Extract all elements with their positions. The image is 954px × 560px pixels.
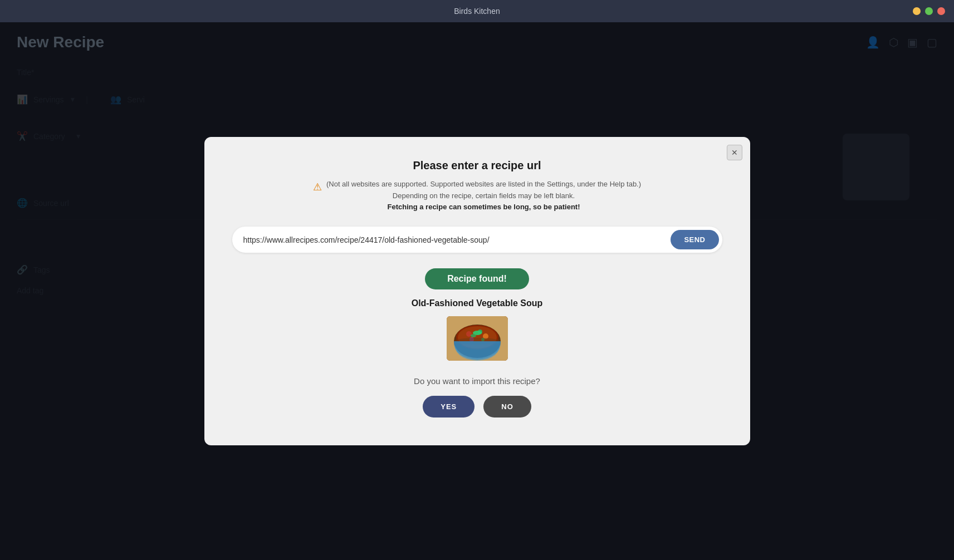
modal-warning: ⚠ (Not all websites are supported. Suppo… [313,179,641,213]
recipe-image-container [447,316,508,361]
close-window-button[interactable] [937,7,945,15]
no-button[interactable]: NO [483,396,531,417]
minimize-button[interactable] [913,7,921,15]
modal-overlay: ✕ Please enter a recipe url ⚠ (Not all w… [0,22,954,560]
modal-title: Please enter a recipe url [413,159,541,172]
maximize-button[interactable] [925,7,933,15]
warning-line1: (Not all websites are supported. Support… [326,180,641,188]
window-controls [913,7,945,15]
yes-button[interactable]: YES [423,396,474,417]
warning-icon: ⚠ [313,179,322,195]
import-question: Do you want to import this recipe? [414,376,540,386]
modal-close-button[interactable]: ✕ [727,145,742,160]
warning-line-bold: Fetching a recipe can sometimes be long,… [387,203,580,211]
confirm-buttons: YES NO [423,396,531,417]
app-background: New Recipe 👤 ⬡ ▣ ▢ Title* 📊 Servings ▼ |… [0,22,954,560]
send-button[interactable]: SEND [671,230,718,249]
recipe-found-badge: Recipe found! [425,268,529,289]
title-bar-title: Birds Kitchen [454,7,500,16]
close-icon: ✕ [731,148,738,157]
url-input-row: SEND [232,227,722,253]
recipe-image [447,316,508,361]
svg-point-10 [471,334,476,337]
recipe-url-modal: ✕ Please enter a recipe url ⚠ (Not all w… [204,137,750,445]
warning-line2: Depending on the recipe, certain fields … [393,191,575,200]
recipe-name: Old-Fashioned Vegetable Soup [412,298,543,308]
url-input[interactable] [243,235,671,244]
warning-text-block: (Not all websites are supported. Support… [326,179,641,213]
title-bar: Birds Kitchen [0,0,954,22]
